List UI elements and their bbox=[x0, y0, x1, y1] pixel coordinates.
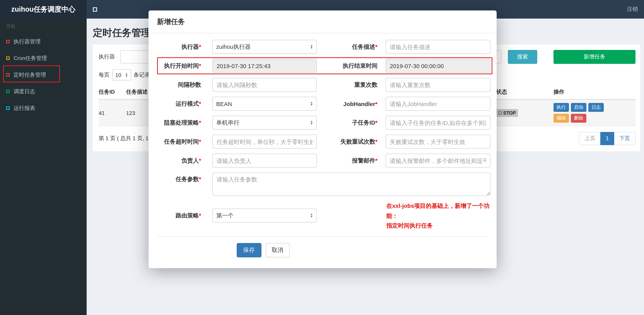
field-label: 重复次数 bbox=[317, 81, 378, 88]
brand-logo[interactable]: zuihou任务调度中心 bbox=[0, 0, 87, 19]
field-label: JobHandler* bbox=[317, 100, 378, 107]
task-params-textarea[interactable] bbox=[212, 173, 490, 196]
form-row-params: 任务参数* bbox=[148, 173, 497, 196]
square-icon bbox=[6, 90, 10, 93]
nav-section-header: 导航 bbox=[0, 19, 87, 33]
field-label: 运行模式* bbox=[148, 100, 201, 107]
col-header-task-id: 任务ID bbox=[99, 89, 126, 96]
delete-button[interactable]: 删除 bbox=[571, 114, 586, 123]
interval-seconds-input[interactable] bbox=[212, 78, 317, 92]
field-label: 负责人* bbox=[148, 157, 201, 164]
app-root: zuihou任务调度中心 注销 导航 执行器管理 Cron任务管理 定时任务管理… bbox=[0, 0, 644, 315]
owner-input[interactable] bbox=[212, 154, 317, 168]
feature-note: 在xxl-jobs项目的基础上，新增了一个功能： 指定时间执行任务 bbox=[386, 201, 497, 230]
next-page-button[interactable]: 下页 bbox=[614, 132, 636, 145]
sidebar-item-label: 运行报表 bbox=[14, 105, 35, 112]
fail-retry-input[interactable] bbox=[386, 135, 490, 149]
field-label: 报警邮件* bbox=[317, 157, 378, 164]
form-row: 执行器* zuihou执行器 ▲▼ 任务描述* bbox=[148, 40, 497, 54]
stop-square-icon bbox=[498, 111, 502, 114]
modal-footer: 保存 取消 bbox=[148, 237, 378, 257]
per-page-label: 每页 bbox=[99, 71, 110, 78]
current-page-button[interactable]: 1 bbox=[600, 132, 614, 145]
sidebar-item-label: 执行器管理 bbox=[14, 38, 40, 45]
logout-link[interactable]: 注销 bbox=[627, 6, 638, 13]
field-label: 路由策略* bbox=[148, 212, 201, 219]
square-icon bbox=[6, 57, 10, 60]
jobhandler-input[interactable] bbox=[386, 97, 490, 111]
cell-task-id: 41 bbox=[99, 110, 126, 116]
select-arrows-icon: ▲▼ bbox=[310, 45, 313, 49]
sidebar: 导航 执行器管理 Cron任务管理 定时任务管理 调度日志 运行报表 bbox=[0, 19, 87, 315]
col-header-status: 状态 bbox=[496, 89, 554, 96]
status-badge: STOP bbox=[496, 109, 518, 117]
field-label: 任务描述* bbox=[317, 43, 378, 51]
log-button[interactable]: 日志 bbox=[588, 103, 604, 112]
square-icon bbox=[6, 73, 10, 77]
form-row-exec-time: 执行开始时间* 执行结束时间 bbox=[148, 59, 497, 73]
square-icon bbox=[6, 106, 10, 110]
end-time-input[interactable] bbox=[386, 59, 490, 73]
sidebar-item-label: 调度日志 bbox=[14, 88, 35, 95]
field-label: 阻塞处理策略* bbox=[148, 119, 201, 126]
field-label: 子任务ID* bbox=[317, 119, 378, 126]
action-buttons: 执行 启动 日志 编辑 删除 bbox=[554, 103, 612, 123]
add-task-form: 执行器* zuihou执行器 ▲▼ 任务描述* 执行开始时间* 执行结束时间 间… bbox=[148, 33, 497, 257]
save-button[interactable]: 保存 bbox=[236, 243, 261, 257]
block-strategy-select[interactable]: 单机串行 ▲▼ bbox=[212, 116, 317, 130]
form-row: 负责人* 报警邮件* bbox=[148, 154, 497, 168]
select-arrows-icon: ▲▼ bbox=[310, 120, 313, 125]
add-task-button[interactable]: 新增任务 bbox=[554, 50, 636, 64]
sidebar-item-label: 定时任务管理 bbox=[14, 71, 46, 78]
cancel-button[interactable]: 取消 bbox=[266, 243, 290, 257]
sidebar-item-scheduled-tasks[interactable]: 定时任务管理 bbox=[0, 67, 87, 83]
sidebar-item-label: Cron任务管理 bbox=[14, 55, 47, 62]
field-label: 间隔秒数 bbox=[148, 81, 201, 88]
field-label: 任务超时时间* bbox=[148, 138, 201, 145]
sidebar-item-cron-tasks[interactable]: Cron任务管理 bbox=[0, 50, 87, 67]
field-label: 执行开始时间* bbox=[148, 62, 201, 70]
edit-button[interactable]: 编辑 bbox=[554, 114, 569, 123]
select-arrows-icon: ▲▼ bbox=[310, 101, 313, 106]
per-page-suffix: 条记录 bbox=[134, 71, 150, 78]
field-label: 执行结束时间 bbox=[317, 62, 378, 70]
select-arrows-icon: ▲▼ bbox=[125, 73, 128, 77]
per-page-select[interactable]: 10 ▲▼ bbox=[112, 69, 131, 81]
form-row: 阻塞处理策略* 单机串行 ▲▼ 子任务ID* bbox=[148, 116, 497, 130]
run-button[interactable]: 执行 bbox=[554, 103, 569, 112]
field-label: 执行器* bbox=[148, 43, 201, 51]
sidebar-item-executor-mgmt[interactable]: 执行器管理 bbox=[0, 33, 87, 50]
square-icon bbox=[6, 40, 10, 43]
executor-select[interactable]: zuihou执行器 ▲▼ bbox=[212, 40, 317, 54]
add-task-modal: 新增任务 执行器* zuihou执行器 ▲▼ 任务描述* 执行开始时间* 执行结… bbox=[148, 11, 497, 268]
select-arrows-icon: ▲▼ bbox=[310, 213, 313, 218]
modal-title: 新增任务 bbox=[148, 11, 497, 33]
form-row-route: 路由策略* 第一个 ▲▼ 在xxl-jobs项目的基础上，新增了一个功能： 指定… bbox=[148, 201, 497, 230]
field-label: 失败重试次数* bbox=[317, 138, 378, 145]
route-strategy-select[interactable]: 第一个 ▲▼ bbox=[212, 209, 317, 223]
sidebar-item-run-report[interactable]: 运行报表 bbox=[0, 100, 87, 117]
field-label: 任务参数* bbox=[148, 173, 201, 183]
search-button[interactable]: 搜索 bbox=[508, 50, 537, 64]
form-row: 运行模式* BEAN ▲▼ JobHandler* bbox=[148, 97, 497, 111]
cell-status: STOP bbox=[496, 109, 554, 117]
alarm-email-input[interactable] bbox=[386, 154, 490, 168]
pagination-info: 第 1 页 ( 总共 1 页, 1 bbox=[99, 135, 148, 142]
start-button[interactable]: 启动 bbox=[571, 103, 586, 112]
task-desc-input[interactable] bbox=[386, 40, 490, 54]
executor-filter-label: 执行器 bbox=[99, 53, 115, 60]
sidebar-item-dispatch-log[interactable]: 调度日志 bbox=[0, 83, 87, 100]
task-timeout-input[interactable] bbox=[212, 135, 317, 149]
child-task-id-input[interactable] bbox=[386, 116, 490, 130]
per-page-value: 10 bbox=[115, 72, 121, 78]
repeat-count-input[interactable] bbox=[386, 78, 490, 92]
col-header-actions: 操作 bbox=[554, 89, 636, 96]
sidebar-toggle-icon[interactable] bbox=[93, 7, 97, 12]
pager: 上页 1 下页 bbox=[579, 132, 636, 145]
start-time-input[interactable] bbox=[212, 59, 317, 73]
run-mode-select[interactable]: BEAN ▲▼ bbox=[212, 97, 317, 111]
form-row: 间隔秒数 重复次数 bbox=[148, 78, 497, 92]
form-row: 任务超时时间* 失败重试次数* bbox=[148, 135, 497, 149]
prev-page-button[interactable]: 上页 bbox=[579, 132, 600, 145]
cell-actions: 执行 启动 日志 编辑 删除 bbox=[554, 103, 636, 123]
